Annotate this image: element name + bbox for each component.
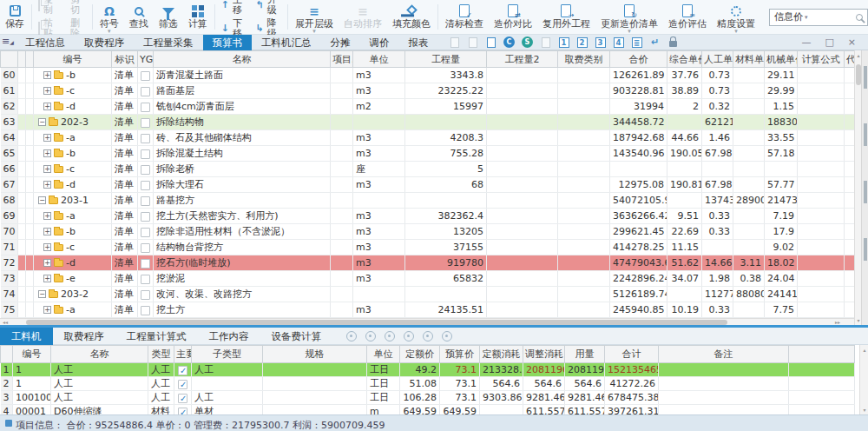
cell-code[interactable]: +-b — [34, 224, 112, 240]
doc-compare-button[interactable]: ⇄造价对比 — [489, 0, 537, 34]
cell-quantity2[interactable] — [487, 177, 558, 193]
cell-flag[interactable]: 清单 — [112, 99, 138, 115]
cell-material-price[interactable] — [733, 130, 765, 146]
table-row[interactable]: 61+-c清单路面基层m323225.22903228.8138.890.732… — [1, 83, 855, 99]
cell-name[interactable]: 挖土方(天然密实方、利用方) — [154, 209, 331, 224]
lock-icon[interactable] — [667, 36, 680, 49]
cell-fee-type[interactable] — [558, 240, 610, 255]
expand-icon[interactable]: + — [43, 259, 51, 267]
cell-project[interactable] — [331, 99, 353, 115]
cell-quota-consume[interactable]: 213328... — [480, 363, 523, 377]
cell-code[interactable]: +-b — [34, 146, 112, 162]
cell-ygz[interactable] — [138, 83, 154, 99]
expand-icon[interactable]: + — [43, 243, 51, 251]
cell-code[interactable]: +-a — [34, 302, 112, 318]
cell-name[interactable]: 人工 — [51, 363, 148, 377]
cell-machine-price[interactable]: 18830... — [765, 115, 798, 130]
cell-name[interactable]: 改河、改渠、改路挖方 — [154, 287, 331, 302]
cell-material-price[interactable]: 0.38 — [733, 271, 765, 287]
checkbox[interactable] — [141, 212, 150, 222]
cell-name[interactable]: 挖淤泥 — [154, 271, 331, 287]
cell-ygz[interactable] — [138, 162, 154, 177]
detail-table-row[interactable]: 400001D60伸缩缝材料单材m649.59649.59611.557611.… — [1, 405, 855, 415]
row-number[interactable]: 62 — [1, 99, 18, 115]
menu-icon[interactable]: ≡◢ — [0, 34, 16, 50]
side-dock-tabs[interactable] — [861, 50, 868, 325]
cell-quantity2[interactable] — [487, 287, 558, 302]
row-number[interactable]: 2 — [1, 377, 13, 391]
row-number[interactable]: 71 — [1, 240, 18, 255]
cell-total-price[interactable] — [610, 162, 667, 177]
table-row[interactable]: 60+-b清单沥青混凝土路面m33343.8126261.8937.760.73… — [1, 68, 855, 83]
cell-type[interactable]: 人工 — [148, 363, 174, 377]
cell-total-price[interactable]: 126261.89 — [610, 68, 667, 83]
cell-name[interactable]: 沥青混凝土路面 — [154, 68, 331, 83]
detail-column-header[interactable]: 调整消耗 — [523, 346, 565, 363]
vertical-scrollbar[interactable]: ▴ ▾ — [854, 50, 861, 325]
detail-column-header[interactable]: 名称 — [51, 346, 148, 363]
tab-item[interactable]: 工程信息 — [16, 35, 75, 50]
cell-formula[interactable] — [798, 83, 845, 99]
collapse-icon[interactable]: − — [38, 118, 46, 126]
table-row[interactable]: 69+-a清单挖土方(天然密实方、利用方)m3382362.43636266.4… — [1, 209, 855, 224]
cell-major[interactable] — [174, 391, 192, 405]
cell-project[interactable] — [331, 146, 353, 162]
cell-name[interactable]: 挖除非适用性材料（不含淤泥） — [154, 224, 331, 240]
detail-column-header[interactable]: 类型 — [148, 346, 174, 363]
cell-quota-price[interactable]: 106.28 — [400, 391, 440, 405]
cell-labor-price[interactable]: 13743... — [702, 193, 733, 209]
cell-subtype[interactable]: 单材 — [192, 405, 263, 415]
cell-quantity[interactable]: 5 — [405, 162, 487, 177]
expand-icon[interactable]: + — [43, 134, 51, 142]
cell-quantity2[interactable] — [487, 271, 558, 287]
cell-ygz[interactable] — [138, 115, 154, 130]
cell-machine-price[interactable]: 1.15 — [765, 99, 798, 115]
cell-unit[interactable]: m — [367, 405, 400, 415]
cell-flag[interactable]: 清单 — [112, 255, 138, 271]
cell-adjust-consume[interactable]: 2081196... — [523, 363, 565, 377]
cell-fee-type[interactable] — [558, 99, 610, 115]
column-header[interactable]: 机械单价 — [765, 51, 798, 68]
cell-ygz[interactable] — [138, 287, 154, 302]
cell-labor-price[interactable]: 1.98 — [702, 271, 733, 287]
expand-icon[interactable]: + — [43, 275, 51, 282]
checkbox[interactable] — [141, 103, 150, 112]
cell-project[interactable] — [331, 287, 353, 302]
cell-name[interactable]: 人工 — [51, 391, 148, 405]
cell-quantity[interactable]: 15997 — [405, 99, 487, 115]
cell-composite-price[interactable]: 9.51 — [667, 209, 702, 224]
row-number[interactable]: 68 — [1, 193, 18, 209]
detail-tab-item[interactable]: 取费程序 — [53, 328, 115, 345]
table-row[interactable]: 67+-d清单拆除大理石m36812975.08190.8167.9857.77 — [1, 177, 855, 193]
column-header[interactable]: 名称 — [154, 51, 331, 68]
table-row[interactable]: 71+-c清单结构物台背挖方m337155414278.2511.159.02 — [1, 240, 855, 255]
cell-fee-type[interactable] — [558, 255, 610, 271]
cell-dai[interactable] — [845, 115, 855, 130]
cell-name[interactable]: D60伸缩缝 — [51, 405, 148, 415]
table-row[interactable]: 70+-b清单挖除非适用性材料（不含淤泥）m313205299621.4522.… — [1, 224, 855, 240]
cell-adjust-consume[interactable]: 9281.469 — [523, 391, 565, 405]
cell-unit[interactable]: 工日 — [367, 377, 400, 391]
cell-quantity[interactable]: 37155 — [405, 240, 487, 255]
save-button[interactable]: 保存 — [0, 0, 30, 34]
cut-button[interactable]: 剪切 — [67, 0, 86, 16]
expand-icon[interactable]: + — [43, 306, 51, 314]
auto-sort-button[interactable]: ≡自动排序 — [339, 0, 387, 34]
cell-quantity[interactable]: 23225.22 — [405, 83, 487, 99]
cell-formula[interactable] — [798, 209, 845, 224]
cell-quantity[interactable]: 24135.51 — [405, 302, 487, 318]
cell-ygz[interactable] — [138, 224, 154, 240]
detail-column-header[interactable]: 定额消耗 — [480, 346, 523, 363]
row-number[interactable]: 72 — [1, 255, 18, 271]
cell-unit[interactable]: m3 — [353, 255, 405, 271]
cell-subtype[interactable]: 人工 — [192, 363, 263, 377]
cell-quantity2[interactable] — [487, 115, 558, 130]
cell-adjust-consume[interactable]: 564.6 — [523, 377, 565, 391]
expand-icon[interactable]: + — [43, 71, 51, 79]
cell-ygz[interactable] — [138, 193, 154, 209]
checkbox[interactable] — [141, 243, 150, 253]
cell-total-price[interactable]: 903228.81 — [610, 83, 667, 99]
detail-scroll-down-icon[interactable]: ▾ — [861, 407, 868, 413]
cell-formula[interactable] — [798, 224, 845, 240]
detail-column-header[interactable]: 合计 — [605, 346, 659, 363]
